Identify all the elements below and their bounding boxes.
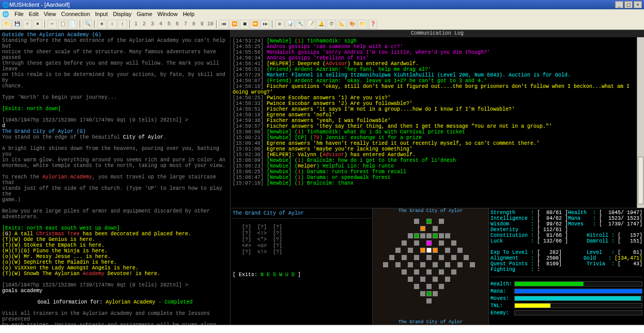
map-room[interactable] <box>414 255 419 260</box>
map-room[interactable] <box>433 226 438 231</box>
map-room[interactable] <box>420 248 425 253</box>
tool-freeze-icon[interactable]: ❄ <box>97 20 106 29</box>
map-room[interactable] <box>426 255 432 260</box>
menu-file[interactable]: File <box>14 11 24 17</box>
tool-find-icon[interactable]: 🔍 <box>83 20 92 29</box>
world-7[interactable]: 7 <box>182 20 189 28</box>
map-room[interactable] <box>414 240 419 246</box>
world-6[interactable]: 6 <box>174 20 181 28</box>
tool-copy-icon[interactable]: 📋 <box>58 20 67 29</box>
map-room[interactable] <box>383 262 388 267</box>
tool-disconnect-icon[interactable]: ✖ <box>33 20 42 29</box>
comm-scrollbar[interactable] <box>637 37 644 208</box>
map-room[interactable] <box>402 269 407 275</box>
tool-m-icon[interactable]: 🎨 <box>347 20 357 29</box>
map-room[interactable] <box>420 291 425 296</box>
tool-scroll2-icon[interactable]: ↕ <box>118 20 127 29</box>
map-room[interactable] <box>451 255 456 260</box>
map-room[interactable] <box>445 233 450 238</box>
map-room[interactable] <box>426 269 432 275</box>
map-room[interactable] <box>439 255 444 260</box>
map-room[interactable] <box>395 248 401 253</box>
map-room[interactable] <box>408 262 413 267</box>
tool-b-icon[interactable]: ⏪ <box>229 20 239 29</box>
tool-open-icon[interactable]: 📁 <box>2 20 11 29</box>
tool-scroll-icon[interactable]: ↕ <box>108 20 117 29</box>
map-room[interactable] <box>420 233 425 238</box>
map-room[interactable] <box>402 240 407 246</box>
tool-i-icon[interactable]: 📝 <box>306 20 315 29</box>
map-room[interactable] <box>414 233 419 238</box>
map-room[interactable] <box>414 219 419 224</box>
game-output[interactable]: Outside the Aylorian Academy (G) Standin… <box>0 30 231 325</box>
map-room[interactable] <box>433 277 438 282</box>
world-8[interactable]: 8 <box>190 20 197 28</box>
world-2[interactable]: 2 <box>141 20 148 28</box>
menu-connection[interactable]: Connection <box>61 11 90 17</box>
menu-help[interactable]: Help <box>183 11 195 17</box>
map-room[interactable] <box>433 262 438 267</box>
minimap[interactable]: The Grand City of Aylor The Grand City o… <box>373 208 489 325</box>
world-3[interactable]: 3 <box>149 20 156 28</box>
menu-display[interactable]: Display <box>113 11 131 17</box>
map-room[interactable] <box>395 262 401 267</box>
map-room[interactable] <box>439 233 444 238</box>
map-room[interactable] <box>457 262 463 267</box>
map-room[interactable] <box>426 248 432 253</box>
tool-a-icon[interactable]: ⏮ <box>219 20 228 29</box>
minimize-button[interactable]: _ <box>615 1 623 8</box>
map-room[interactable] <box>402 255 407 260</box>
tool-save-icon[interactable]: 💾 <box>12 20 22 29</box>
map-room[interactable] <box>389 255 394 260</box>
map-room[interactable] <box>426 219 432 224</box>
world-1[interactable]: 1 <box>132 20 140 28</box>
map-room[interactable] <box>433 291 438 296</box>
map-room[interactable] <box>439 240 444 246</box>
map-room[interactable] <box>451 269 456 275</box>
map-room[interactable] <box>445 262 450 267</box>
map-room[interactable] <box>457 248 463 253</box>
world-4[interactable]: 4 <box>157 20 164 28</box>
map-room[interactable] <box>439 219 444 224</box>
tool-k-icon[interactable]: ⏱ <box>327 20 336 29</box>
tool-f-icon[interactable]: ⚙ <box>275 20 284 29</box>
map-room[interactable] <box>426 298 432 304</box>
map-room[interactable] <box>414 269 419 275</box>
tool-h-icon[interactable]: 🔧 <box>296 20 305 29</box>
menu-edit[interactable]: Edit <box>29 11 39 17</box>
map-room[interactable] <box>408 248 413 253</box>
menu-input[interactable]: Input <box>95 11 108 17</box>
map-room[interactable] <box>426 233 432 238</box>
tool-n-icon[interactable]: 📁 <box>358 20 367 29</box>
menu-window[interactable]: Window <box>158 11 178 17</box>
command-input-bar[interactable] <box>0 325 644 333</box>
map-room[interactable] <box>445 248 450 253</box>
menu-view[interactable]: View <box>44 11 56 17</box>
tool-connect-icon[interactable]: ⚡ <box>23 20 32 29</box>
map-room[interactable] <box>464 255 469 260</box>
map-room[interactable] <box>426 284 432 289</box>
tool-paste-icon[interactable]: 📄 <box>68 20 78 29</box>
map-room[interactable] <box>433 248 438 253</box>
tool-g-icon[interactable]: 📊 <box>285 20 295 29</box>
world-9[interactable]: 9 <box>198 20 206 28</box>
tool-cut-icon[interactable]: ✂ <box>48 20 57 29</box>
map-room[interactable] <box>408 233 413 238</box>
map-room[interactable] <box>408 277 413 282</box>
menu-game[interactable]: Game <box>137 11 152 17</box>
communication-log[interactable]: Communication Log [14:53:24] [Newbie] (1… <box>231 30 644 208</box>
map-room[interactable] <box>445 277 450 282</box>
world-5[interactable]: 5 <box>165 20 173 28</box>
map-room[interactable] <box>439 269 444 275</box>
map-room[interactable] <box>470 262 475 267</box>
tool-c-icon[interactable]: ⏹ <box>240 20 249 29</box>
map-room[interactable] <box>420 226 425 231</box>
map-room[interactable] <box>433 233 438 238</box>
tool-o-icon[interactable]: ❓ <box>368 20 377 29</box>
world-10[interactable]: 10 <box>207 20 214 28</box>
map-room[interactable] <box>426 291 432 296</box>
map-room[interactable] <box>414 284 419 289</box>
command-input[interactable] <box>0 325 644 333</box>
tool-l-icon[interactable]: 📐 <box>337 20 346 29</box>
tool-j-icon[interactable]: 🔔 <box>316 20 326 29</box>
